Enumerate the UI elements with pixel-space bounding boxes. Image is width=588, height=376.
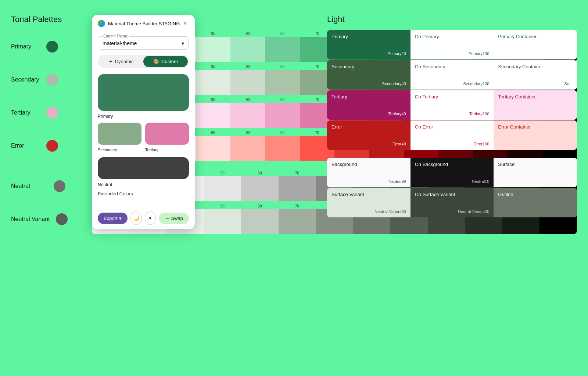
light-mode-button[interactable]: ☀ xyxy=(145,212,156,225)
swatch[interactable] xyxy=(196,37,230,62)
palette-label-neutral-variant: Neutral Variant xyxy=(11,216,50,223)
modal-title-area: Material Theme Builder STAGING xyxy=(98,20,180,27)
color-cell-sub: Error100 xyxy=(474,142,490,146)
color-cell[interactable]: On TertiaryTertiary100 xyxy=(410,90,494,120)
color-cell-name: Surface Variant xyxy=(331,192,406,197)
color-cell-sub: Tertiary40 xyxy=(388,112,406,116)
palette-label-tertiary: Tertiary xyxy=(11,109,40,116)
swatch[interactable] xyxy=(204,176,241,201)
swatch-number: 80 xyxy=(265,98,300,102)
color-cell-sub: Neutral10 xyxy=(472,179,490,184)
dark-mode-button[interactable]: 🌙 xyxy=(130,212,142,225)
color-cell[interactable]: Error Container xyxy=(494,120,577,150)
theme-select-dropdown[interactable]: material-theme ▾ xyxy=(103,40,184,46)
swatch-number: 90 xyxy=(230,32,265,36)
theme-value: material-theme xyxy=(103,40,137,46)
swatch[interactable] xyxy=(241,209,279,234)
color-cell[interactable]: Surface VariantNeutral-Variant90 xyxy=(327,188,410,217)
palette-dot-primary[interactable] xyxy=(46,41,58,53)
swatch-number: 80 xyxy=(241,171,279,175)
palette-label-area-tertiary: Tertiary xyxy=(11,107,92,119)
swatch[interactable] xyxy=(230,37,265,62)
swatch[interactable] xyxy=(241,176,279,201)
color-cell-sub: Secondary40 xyxy=(382,82,406,86)
color-cell[interactable]: On BackgroundNeutral10 xyxy=(410,158,494,187)
primary-color-preview[interactable] xyxy=(98,74,189,111)
swatch[interactable] xyxy=(230,136,265,161)
swatch[interactable] xyxy=(204,209,241,234)
swatch[interactable] xyxy=(279,209,316,234)
swatch-number: 90 xyxy=(204,171,241,175)
color-cell[interactable]: TertiaryTertiary40 xyxy=(327,90,410,120)
close-button[interactable]: × xyxy=(182,20,189,27)
tertiary-color-preview[interactable] xyxy=(145,123,189,145)
color-cell[interactable]: SecondarySecondary40 xyxy=(327,60,410,90)
color-cell-name: Outline xyxy=(498,192,573,197)
color-cell[interactable]: On SecondarySecondary100 xyxy=(410,60,494,90)
swatch[interactable] xyxy=(265,103,300,128)
color-cell-name: On Tertiary xyxy=(415,94,490,100)
main-container: Tonal Palettes Primary100999590807060504… xyxy=(0,0,588,252)
palette-dot-secondary[interactable] xyxy=(46,74,58,86)
color-cell[interactable]: Surface xyxy=(494,158,577,187)
light-section: Light PrimaryPrimary40On PrimaryPrimary1… xyxy=(327,15,577,218)
color-cell-sub: Tertiary100 xyxy=(469,112,489,116)
swatch[interactable] xyxy=(265,70,300,95)
current-theme-label: Current Theme xyxy=(102,34,129,38)
swatch-number: 90 xyxy=(204,204,241,208)
custom-toggle-button[interactable]: 🎨 Custom xyxy=(143,56,188,67)
color-cell-sub: Neutral-Variant90 xyxy=(374,209,406,214)
swatch[interactable] xyxy=(279,176,316,201)
color-cell[interactable]: Outline xyxy=(494,188,577,217)
swap-button[interactable]: ↔ Swap xyxy=(159,213,189,224)
export-button[interactable]: Export ▾ xyxy=(98,213,128,224)
color-row: BackgroundNeutral99On BackgroundNeutral1… xyxy=(327,158,577,187)
color-row: SecondarySecondary40On SecondarySecondar… xyxy=(327,60,577,90)
palette-label-area-primary: Primary xyxy=(11,41,92,53)
color-cell[interactable]: On ErrorError100 xyxy=(410,120,494,150)
palette-label-error: Error xyxy=(11,142,40,149)
color-row: TertiaryTertiary40On TertiaryTertiary100… xyxy=(327,90,577,120)
color-cell[interactable]: Secondary ContainerSe... xyxy=(494,60,577,90)
palette-dot-neutral-variant[interactable] xyxy=(56,213,68,225)
export-label: Export xyxy=(104,216,118,221)
palette-dot-error[interactable] xyxy=(46,140,58,152)
swatch[interactable] xyxy=(196,103,230,128)
primary-color-label: Primary xyxy=(98,114,189,119)
palette-label-secondary: Secondary xyxy=(11,76,40,83)
color-cell[interactable]: On Surface VariantNeutral-Variant30 xyxy=(410,188,494,217)
palette-dot-tertiary[interactable] xyxy=(46,107,58,119)
swatch[interactable] xyxy=(196,70,230,95)
color-cell-name: Error Container xyxy=(498,124,573,130)
modal-footer: Export ▾ 🌙 ☀ ↔ Swap xyxy=(92,207,195,229)
color-cell[interactable]: BackgroundNeutral99 xyxy=(327,158,410,187)
swatch[interactable] xyxy=(230,103,265,128)
color-cell-name: On Primary xyxy=(415,34,490,39)
color-cell[interactable]: Tertiary Container xyxy=(494,90,577,120)
swatch[interactable] xyxy=(265,37,300,62)
swatch-number: 80 xyxy=(265,65,300,69)
color-cell-sub: Neutral99 xyxy=(388,179,406,184)
neutral-color-preview[interactable] xyxy=(98,157,189,179)
swatch[interactable] xyxy=(265,136,300,161)
palette-dot-neutral[interactable] xyxy=(54,180,65,192)
palette-label-area-secondary: Secondary xyxy=(11,74,92,86)
dynamic-toggle-button[interactable]: ✦ Dynamic xyxy=(99,56,143,67)
color-cell[interactable]: On PrimaryPrimary100 xyxy=(410,30,494,59)
moon-icon: 🌙 xyxy=(133,215,139,221)
color-roles-grid: PrimaryPrimary40On PrimaryPrimary100Prim… xyxy=(327,30,577,218)
swatch-number: 95 xyxy=(196,65,230,69)
chevron-down-icon: ▾ xyxy=(182,40,184,46)
secondary-color-preview[interactable] xyxy=(98,123,141,145)
swatch[interactable] xyxy=(230,70,265,95)
modal-body: Current Theme material-theme ▾ ✦ Dynamic… xyxy=(92,31,195,207)
color-cell[interactable]: PrimaryPrimary40 xyxy=(327,30,410,59)
palette-label-primary: Primary xyxy=(11,43,40,50)
color-cell-sub: Error40 xyxy=(392,142,406,146)
color-cell[interactable]: Primary Container xyxy=(494,30,577,59)
swatch[interactable] xyxy=(196,136,230,161)
color-cell[interactable]: ErrorError40 xyxy=(327,120,410,150)
current-theme-field[interactable]: Current Theme material-theme ▾ xyxy=(98,36,189,50)
swap-label: Swap xyxy=(171,216,183,221)
modal-header: Material Theme Builder STAGING × xyxy=(92,15,195,31)
